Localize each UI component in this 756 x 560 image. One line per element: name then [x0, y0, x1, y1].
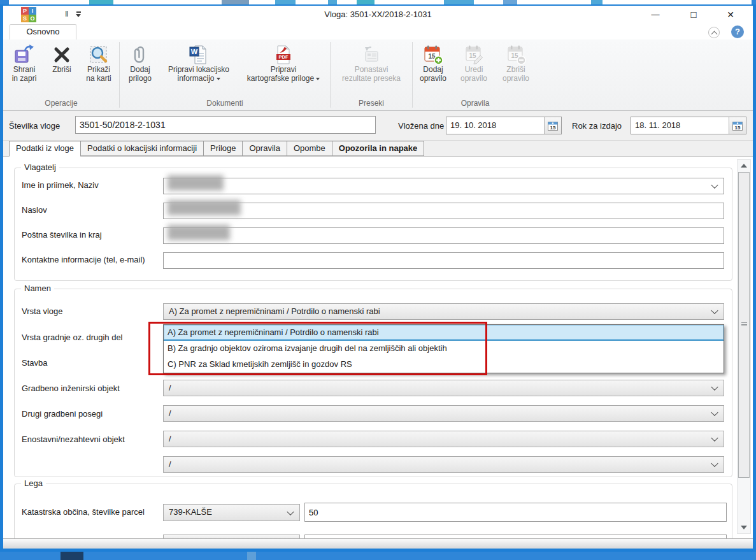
scrollbar-thumb[interactable]: [738, 172, 750, 478]
pdf-document-icon: PDF: [273, 45, 294, 65]
help-button[interactable]: ?: [731, 25, 744, 38]
calendar-icon: 15: [548, 121, 558, 131]
gio-label: Gradbeno inženirski objekt: [22, 384, 120, 395]
application-window: P I S O ‖ Vloga: 3501-XX/2018-2-1031 — □…: [0, 4, 756, 552]
add-attachment-button[interactable]: Dodaj prilogo: [121, 43, 159, 99]
due-date-picker-button[interactable]: 15: [729, 117, 746, 134]
dgp-combobox[interactable]: /: [163, 405, 724, 422]
vrsta-vloge-combobox[interactable]: A) Za promet z nepremičninami / Potrdilo…: [163, 303, 724, 320]
ribbon-group-opravila: 15 Dodaj opravilo 15: [413, 39, 538, 110]
chevron-up-icon: [711, 31, 718, 38]
save-icon: [14, 45, 34, 65]
group-label-preseki: Preseki: [331, 99, 412, 110]
eno-label: Enostavni/nezahtevni objekt: [22, 434, 125, 446]
eno-combobox[interactable]: /: [163, 431, 724, 447]
tab-podatki-o-lokacijski-informaciji[interactable]: Podatki o lokacijski informaciji: [81, 141, 204, 156]
prepare-cartographic-attachments-button[interactable]: PDF Pripravi kartografske priloge: [238, 43, 329, 99]
ribbon-tab-osnovno[interactable]: Osnovno: [10, 24, 76, 39]
dropdown-arrow-icon: [316, 78, 320, 80]
minimize-button[interactable]: —: [645, 7, 666, 22]
calendar-edit-icon: 15: [464, 45, 484, 65]
combobox-value: /: [169, 457, 171, 472]
chevron-down-icon[interactable]: [287, 508, 294, 515]
chevron-down-icon[interactable]: [711, 307, 718, 314]
maximize-button[interactable]: □: [683, 7, 704, 22]
svg-text:15: 15: [469, 52, 476, 59]
paperclip-icon: [130, 45, 150, 65]
vrsta-gradnje-label: Vrsta gradnje oz. drugih del: [22, 333, 123, 344]
taskbar-segment: [247, 552, 256, 560]
application-header-band: Številka vloge Vložena dne 19. 10. 2018 …: [3, 111, 753, 141]
group-label-operacije: Operacije: [3, 99, 119, 110]
postal-input[interactable]: [163, 227, 724, 244]
contact-input[interactable]: [163, 252, 724, 269]
combobox-value: A) Za promet z nepremičninami / Potrdilo…: [169, 304, 380, 319]
dropdown-option-c[interactable]: C) PNR za Sklad kmetijskih zemljišč in g…: [164, 357, 724, 373]
dropdown-arrow-icon: [217, 78, 220, 80]
group-label-dokumenti: Dokumenti: [120, 99, 330, 110]
window-title: Vloga: 3501-XX/2018-2-1031: [3, 6, 753, 24]
stavba-label: Stavba: [22, 358, 47, 370]
chevron-down-icon[interactable]: [711, 182, 718, 189]
chevron-down-icon[interactable]: [711, 460, 718, 467]
edit-task-button: 15 Uredi opravilo: [453, 43, 495, 99]
add-task-button[interactable]: 15 Dodaj opravilo: [413, 43, 453, 99]
collapse-ribbon-icon[interactable]: [708, 27, 720, 38]
name-combobox[interactable]: [163, 178, 724, 194]
chevron-down-icon[interactable]: [711, 434, 718, 442]
chevron-down-icon[interactable]: [711, 384, 718, 391]
fieldset-legend: Namen: [21, 284, 54, 293]
logo-letter: I: [29, 7, 36, 15]
tab-podatki-iz-vloge[interactable]: Podatki iz vloge: [9, 141, 81, 157]
tab-opombe[interactable]: Opombe: [287, 141, 332, 156]
vertical-scrollbar[interactable]: [737, 159, 751, 534]
due-date-field[interactable]: 18. 11. 2018 15: [631, 117, 746, 134]
address-input[interactable]: [163, 203, 724, 219]
katastrska-obcina-combobox[interactable]: 739-KALŠE: [163, 504, 300, 521]
redacted-value: [168, 175, 224, 190]
svg-text:15: 15: [550, 125, 556, 131]
calendar-icon: 15: [732, 121, 743, 131]
reset-results-icon: [361, 45, 382, 65]
delete-x-icon: [52, 45, 72, 65]
tab-opozorila-in-napake[interactable]: Opozorila in napake: [332, 141, 425, 156]
due-date-value[interactable]: 18. 11. 2018: [631, 117, 729, 134]
redacted-value: [168, 200, 241, 215]
dgp-label: Drugi gradbeni posegi: [22, 409, 103, 420]
fieldset-legend: Vlagatelj: [21, 162, 59, 172]
delete-button[interactable]: Zbriši: [44, 43, 80, 99]
group-label-opravila: Opravila: [413, 99, 538, 110]
tab-priloge[interactable]: Priloge: [204, 141, 243, 156]
ribbon-tab-row: Osnovno ?: [3, 24, 753, 39]
logo-letter: S: [21, 15, 29, 22]
filed-date-field[interactable]: 19. 10. 2018 15: [446, 117, 562, 134]
svg-text:PDF: PDF: [279, 54, 289, 60]
magnifier-map-icon: [89, 45, 109, 65]
prepare-location-info-button[interactable]: W Pripravi lokacijsko informacijo: [159, 43, 238, 99]
gio-combobox[interactable]: /: [163, 380, 724, 396]
parcel-number-input[interactable]: [304, 503, 727, 522]
word-document-icon: W: [189, 45, 209, 65]
fieldset-legend: Lega: [21, 478, 46, 488]
vrsta-vloge-dropdown-list: A) Za promet z nepremičninami / Potrdilo…: [163, 324, 724, 373]
filed-date-picker-button[interactable]: 15: [544, 117, 561, 134]
status-bar: [3, 538, 753, 549]
dropdown-option-b[interactable]: B) Za gradnjo objektov oziroma izvajanje…: [164, 341, 724, 357]
save-and-close-button[interactable]: Shrani in zapri: [4, 43, 44, 99]
piso-app-icon: P I S O: [21, 7, 36, 22]
quick-access-dropdown-icon[interactable]: [76, 11, 82, 18]
filed-date-value[interactable]: 19. 10. 2018: [446, 117, 544, 134]
scrollbar-down-arrow[interactable]: [738, 522, 750, 533]
chevron-down-icon[interactable]: [711, 409, 718, 416]
scrollbar-up-arrow[interactable]: [738, 160, 750, 171]
application-number-input[interactable]: [75, 116, 376, 134]
contact-label: Kontaktne informacije (tel, e-mail): [22, 255, 145, 266]
dropdown-option-a[interactable]: A) Za promet z nepremičninami / Potrdilo…: [164, 325, 724, 341]
combobox-value: 739-KALŠE: [169, 505, 212, 520]
tab-opravila[interactable]: Opravila: [243, 141, 287, 156]
scrollbar-grip-icon: [741, 322, 747, 327]
show-on-map-button[interactable]: Prikaži na karti: [80, 43, 118, 99]
close-button[interactable]: ✕: [720, 7, 741, 22]
extra-combobox[interactable]: /: [163, 456, 724, 473]
title-bar: P I S O ‖ Vloga: 3501-XX/2018-2-1031 — □…: [3, 6, 753, 24]
